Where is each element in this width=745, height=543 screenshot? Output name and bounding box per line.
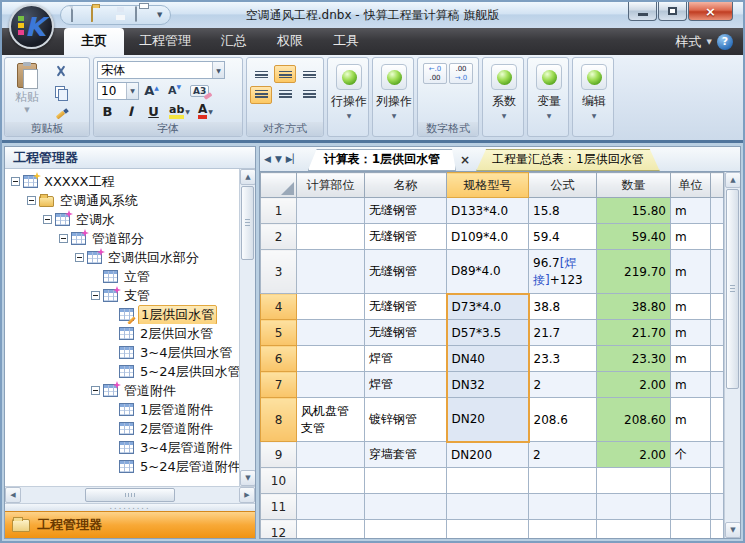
tab-summary[interactable]: 汇总 [206,28,262,55]
column-header[interactable]: 单位 [671,173,711,198]
doc-tab-prev-button[interactable]: ◀ [264,154,271,164]
row-header[interactable]: 6 [261,346,297,372]
table-cell[interactable] [297,442,365,468]
font-color-button[interactable]: A ▼ [195,102,216,121]
table-cell[interactable] [597,494,671,520]
table-cell[interactable] [529,520,597,539]
table-scroll-down-button[interactable]: ▼ [725,522,740,538]
table-cell[interactable]: 无缝钢管 [365,198,447,224]
coefficient-button[interactable]: 系数 ▼ [486,61,522,119]
table-cell[interactable] [711,468,724,494]
edit-button[interactable]: 编辑 ▼ [576,61,612,119]
tree-item[interactable]: 立管 [5,267,239,286]
tree-item[interactable]: 5~24层管道附件 [5,457,239,476]
maximize-button[interactable] [658,2,687,21]
doc-tab-menu-button[interactable]: ▼ [275,154,282,164]
table-cell[interactable]: 38.80 [597,294,671,320]
close-button[interactable]: × [688,2,733,21]
row-header[interactable]: 11 [261,494,297,520]
clear-format-button[interactable]: A3 [187,81,212,100]
table-cell[interactable]: 穿墙套管 [365,442,447,468]
font-family-combo[interactable]: 宋体 ▼ [97,61,225,79]
tree-expander-icon[interactable] [27,196,36,205]
row-header[interactable]: 3 [261,250,297,294]
tree-item[interactable]: 5~24层供回水管 [5,362,239,381]
tree-scroll-up-button[interactable]: ▲ [240,169,255,185]
table-cell[interactable]: 风机盘管支管 [297,398,365,442]
style-menu[interactable]: 样式 [676,33,702,51]
tab-tools[interactable]: 工具 [318,28,374,55]
tree-hscrollbar-thumb[interactable] [85,488,175,502]
table-cell[interactable] [529,468,597,494]
table-cell[interactable] [711,250,724,294]
row-operations-button[interactable]: 行操作 ▼ [331,61,367,119]
table-cell[interactable]: 219.70 [597,250,671,294]
table-cell[interactable]: m [671,224,711,250]
paste-button[interactable]: 粘贴 ▼ [8,61,46,123]
new-document-button[interactable] [69,7,85,23]
table-scroll-up-button[interactable]: ▲ [725,172,740,188]
decrease-decimal-button[interactable]: .00 →.0 [449,63,473,84]
qat-customize-button[interactable]: ▼ [157,11,162,19]
table-cell[interactable] [711,346,724,372]
tree-expander-icon[interactable] [75,253,84,262]
table-cell[interactable] [365,520,447,539]
font-size-combo[interactable]: 10 ▼ [97,82,139,100]
tree-expander-icon[interactable] [91,291,100,300]
row-header[interactable]: 10 [261,468,297,494]
tree-item[interactable]: 3~4层供回水管 [5,343,239,362]
table-cell[interactable]: 21.7 [529,320,597,346]
table-cell[interactable] [711,494,724,520]
table-cell[interactable]: 59.40 [597,224,671,250]
variable-button[interactable]: 变量 ▼ [531,61,567,119]
row-header[interactable]: 8 [261,398,297,442]
tree-item[interactable]: 1层管道附件 [5,400,239,419]
tree-item[interactable]: 2层供回水管 [5,324,239,343]
table-cell[interactable]: 2 [529,442,597,468]
open-file-button[interactable] [91,7,107,23]
table-cell[interactable]: 2.00 [597,442,671,468]
panel-splitter-grip[interactable] [5,503,255,511]
app-logo-button[interactable]: K [9,4,54,49]
table-vertical-scrollbar[interactable]: ▲ ▼ [724,172,740,538]
format-painter-button[interactable] [49,103,73,123]
tree-scrollbar-thumb[interactable] [241,186,254,260]
table-cell[interactable] [297,520,365,539]
table-cell[interactable]: 无缝钢管 [365,250,447,294]
tree-item[interactable]: 管道部分 [5,229,239,248]
table-cell[interactable] [297,346,365,372]
table-cell[interactable] [711,294,724,320]
row-header[interactable]: 9 [261,442,297,468]
table-cell[interactable] [447,468,529,494]
doc-tab-last-button[interactable]: ▶▏ [286,154,300,164]
table-cell[interactable] [297,468,365,494]
row-header[interactable]: 12 [261,520,297,539]
table-cell[interactable]: D133*4.0 [447,198,529,224]
table-cell[interactable]: DN32 [447,372,529,398]
row-header[interactable]: 5 [261,320,297,346]
table-cell[interactable]: DN20 [447,398,529,442]
row-header[interactable]: 7 [261,372,297,398]
minimize-button[interactable] [628,2,657,21]
copy-button[interactable] [49,82,73,102]
table-cell[interactable] [297,198,365,224]
tree-expander-icon[interactable] [59,234,68,243]
tree-item[interactable]: 空调水 [5,210,239,229]
print-button[interactable] [135,7,151,23]
column-header[interactable]: 公式 [529,173,597,198]
tree-expander-icon[interactable] [91,386,100,395]
table-cell[interactable] [529,494,597,520]
doc-tab-calc-sheet[interactable]: 计算表：1层供回水管 [308,149,456,171]
table-cell[interactable]: 焊管 [365,346,447,372]
column-header[interactable]: 规格型号 [447,173,529,198]
row-header[interactable]: 4 [261,294,297,320]
table-cell[interactable] [365,494,447,520]
table-cell[interactable]: 2 [529,372,597,398]
table-cell[interactable] [297,494,365,520]
cut-button[interactable] [49,61,73,81]
align-bottom-button[interactable] [298,65,320,83]
tree-item[interactable]: XXXXX工程 [5,172,239,191]
tree-item[interactable]: 管道附件 [5,381,239,400]
table-cell[interactable] [711,372,724,398]
table-cell[interactable] [447,520,529,539]
